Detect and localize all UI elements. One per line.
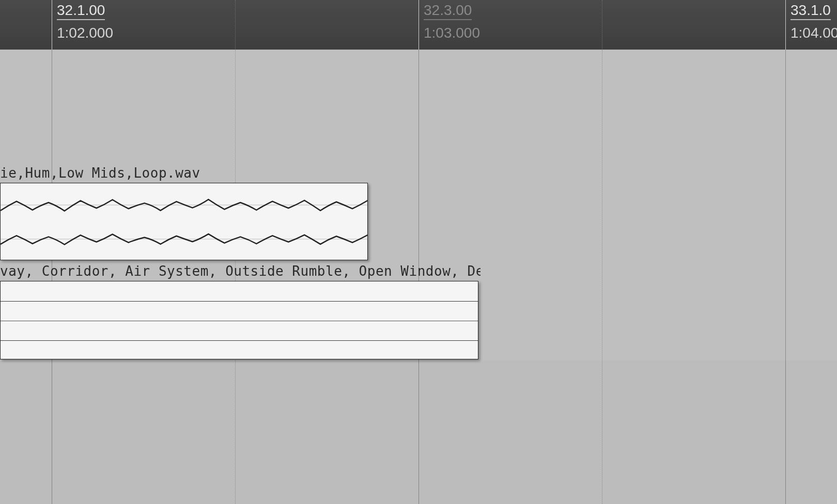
timeline-ruler[interactable]: 32.1.001:02.00032.3.001:03.00033.1.01:04…: [0, 0, 837, 50]
ruler-bar-label: 33.1.0: [791, 2, 831, 20]
ruler-bar-label: 32.3.00: [424, 2, 472, 20]
clip-name: vay, Corridor, Air System, Outside Rumbl…: [0, 263, 481, 279]
waveform: [1, 183, 368, 260]
ruler-time-label: 1:04.00: [791, 25, 837, 41]
ruler-minor-tick: [235, 0, 236, 50]
ruler-major-tick: [785, 0, 786, 50]
ruler-bar-label: 32.1.00: [57, 2, 105, 20]
waveform-baseline: [1, 340, 478, 341]
audio-clip-corridor[interactable]: [0, 281, 478, 359]
waveform-baseline: [1, 301, 478, 302]
ruler-major-tick: [52, 0, 52, 50]
clip-name: ie,Hum,Low Mids,Loop.wav: [0, 165, 200, 181]
waveform-baseline: [1, 321, 478, 321]
arrange-area[interactable]: ie,Hum,Low Mids,Loop.wavvay, Corridor, A…: [0, 50, 837, 504]
audio-clip-hum-loop[interactable]: [0, 183, 368, 260]
ruler-time-label: 1:03.000: [424, 25, 480, 41]
ruler-minor-tick: [602, 0, 602, 50]
ruler-major-tick: [419, 0, 419, 50]
track-lane: [0, 50, 837, 164]
ruler-time-label: 1:02.000: [57, 25, 113, 41]
